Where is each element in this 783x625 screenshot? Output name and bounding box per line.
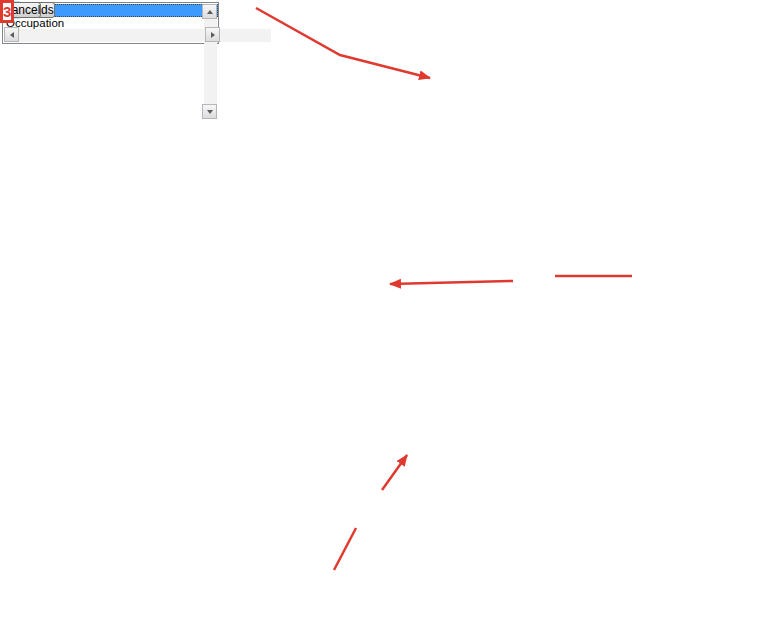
arrow-3-up-line: [382, 455, 407, 490]
horizontal-scrollbar[interactable]: [4, 29, 218, 42]
annotation-arrows: [0, 0, 783, 625]
scroll-right-icon: [211, 32, 215, 38]
scroll-down-button[interactable]: [202, 104, 217, 119]
callout-3: 3: [0, 0, 14, 23]
scroll-up-icon: [207, 10, 213, 14]
scroll-left-icon: [10, 32, 14, 38]
screenshot-root: Single Married Divorced Total Male Self …: [0, 0, 783, 625]
vertical-scrollbar[interactable]: [204, 4, 217, 117]
arrow-3-down-line: [334, 528, 356, 570]
scroll-down-icon: [207, 110, 213, 114]
arrow-1-line: [256, 8, 430, 78]
scroll-up-button[interactable]: [202, 4, 217, 19]
arrow-2-left-line: [390, 281, 513, 284]
scroll-left-button[interactable]: [4, 27, 19, 42]
scroll-right-button[interactable]: [205, 27, 220, 42]
